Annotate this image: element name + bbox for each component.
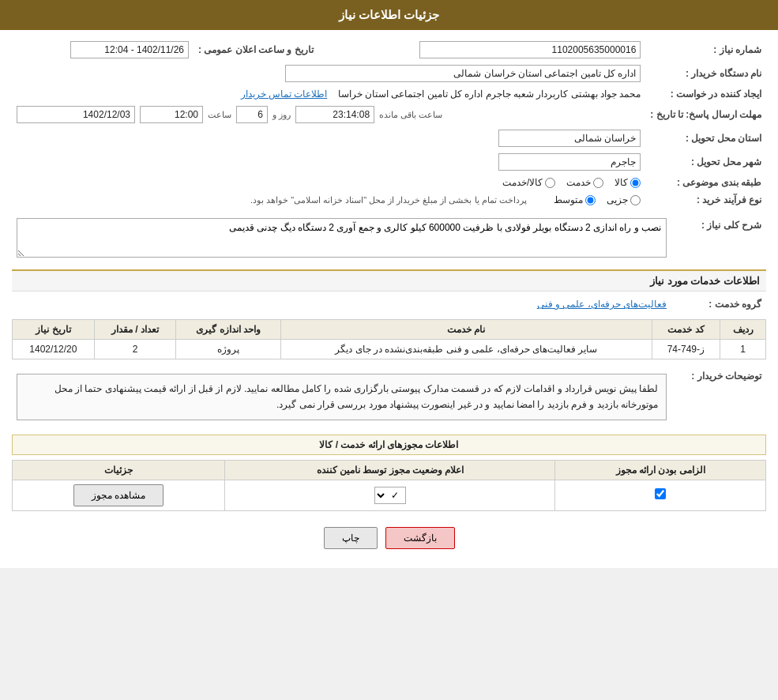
service-group-label: گروه خدمت : [671,295,766,313]
province-value: خراسان شمالی [12,126,645,150]
process-option-moot: متوسط [554,194,596,205]
announce-date-value: 1402/11/26 - 12:04 [12,38,194,62]
day-label: روز و [272,110,291,120]
cell-code: ز-749-74 [652,340,720,359]
send-deadline-label: مهلت ارسال پاسخ: تا تاریخ : [645,103,766,126]
process-label-moot: متوسط [554,194,583,205]
city-value: جاجرم [12,150,645,174]
category-radio-both[interactable] [545,178,555,188]
need-number-box: 1102005635000016 [419,41,641,58]
col-row: ردیف [720,320,766,340]
creator-row: محمد جواد بهشتی کاربردار شعبه جاجرم ادار… [12,85,645,103]
category-option-khedmat: خدمت [566,177,603,188]
perm-row: ✓ مشاهده مجوز [13,480,766,510]
category-label-both: کالا/خدمت [502,177,543,188]
service-group-value: فعالیت‌های حرفه‌ای، علمی و فنی [12,295,671,313]
process-radio-moot[interactable] [585,195,596,205]
desc-table: شرح کلی نیاز : [12,215,766,263]
general-desc-cell [12,215,671,263]
general-desc-label: شرح کلی نیاز : [671,215,766,263]
buyer-notes-cell: لطفا پیش نویس قرارداد و اقدامات لازم که … [12,366,671,428]
time-remaining-box: 23:14:08 [295,106,374,123]
back-button[interactable]: بازگشت [385,527,455,549]
main-info-table: شماره نیاز : 1102005635000016 تاریخ و سا… [12,38,766,209]
services-section-title: اطلاعات خدمات مورد نیاز [12,269,766,292]
buyer-notes-table: توضیحات خریدار : لطفا پیش نویس قرارداد و… [12,366,766,428]
perm-details-button[interactable]: مشاهده مجوز [73,484,163,506]
category-label-kala: کالا [615,177,628,188]
process-label-jozi: جزیی [607,194,628,205]
announce-date-label: تاریخ و ساعت اعلان عمومی : [194,38,318,62]
cell-unit: پروژه [176,340,281,359]
service-group-table: گروه خدمت : فعالیت‌های حرفه‌ای، علمی و ف… [12,295,766,313]
buyer-org-label: نام دستگاه خریدار : [645,62,766,85]
perm-required-checkbox[interactable] [655,488,666,499]
time-box: 12:00 [140,106,203,123]
process-radio-jozi[interactable] [630,195,641,205]
category-option-kala: کالا [615,177,641,188]
services-table: ردیف کد خدمت نام خدمت واحد اندازه گیری ت… [12,319,766,359]
page-title: جزئیات اطلاعات نیاز [339,8,439,21]
print-button[interactable]: چاپ [324,527,378,549]
process-label: نوع فرآیند خرید : [645,191,766,209]
perm-col-required: الزامی بودن ارائه مجوز [555,460,766,480]
date-box: 1402/12/03 [17,106,135,123]
category-row: کالا خدمت کالا/خدمت [12,174,645,191]
buyer-notes-label: توضیحات خریدار : [671,366,766,428]
time-remaining-label: ساعت باقی مانده [379,110,442,120]
perm-col-details: جزئیات [13,460,225,480]
process-note: پرداخت تمام یا بخشی از مبلغ خریدار از مح… [250,195,527,205]
col-date: تاریخ نیاز [13,320,95,340]
table-row: 1 ز-749-74 سایر فعالیت‌های حرفه‌ای، علمی… [13,340,766,359]
city-box: جاجرم [498,153,641,171]
creator-label: ایجاد کننده در خواست : [645,85,766,103]
process-option-jozi: جزیی [607,194,641,205]
service-group-link[interactable]: فعالیت‌های حرفه‌ای، علمی و فنی [537,299,667,310]
perm-status-select[interactable]: ✓ [374,487,406,504]
col-code: کد خدمت [652,320,720,340]
process-row: جزیی متوسط پرداخت تمام یا بخشی از مبلغ خ… [12,191,645,209]
cell-name: سایر فعالیت‌های حرفه‌ای، علمی و فنی طبقه… [281,340,652,359]
creator-link[interactable]: اطلاعات تماس خریدار [241,88,328,100]
city-label: شهر محل تحویل : [645,150,766,174]
perm-status-cell: ✓ [225,480,555,510]
need-number-value: 1102005635000016 [318,38,646,62]
general-desc-textarea[interactable] [17,218,667,258]
need-number-label: شماره نیاز : [645,38,766,62]
buyer-org-box: اداره کل تامین اجتماعی استان خراسان شمال… [285,65,641,82]
province-label: استان محل تحویل : [645,126,766,150]
buyer-notes-box: لطفا پیش نویس قرارداد و اقدامات لازم که … [17,374,667,420]
category-radio-khedmat[interactable] [593,178,603,188]
col-qty: تعداد / مقدار [94,320,176,340]
perm-col-status: اعلام وضعیت مجوز توسط نامین کننده [225,460,555,480]
cell-qty: 2 [94,340,176,359]
buyer-org-value: اداره کل تامین اجتماعی استان خراسان شمال… [12,62,645,85]
permits-section-title: اطلاعات مجوزهای ارائه خدمت / کالا [12,435,766,455]
time-label: ساعت [208,110,231,120]
col-name: نام خدمت [281,320,652,340]
perm-required-cell [555,480,766,510]
action-buttons: بازگشت چاپ [12,516,766,560]
col-unit: واحد اندازه گیری [176,320,281,340]
cell-date: 1402/12/20 [13,340,95,359]
creator-value: محمد جواد بهشتی کاربردار شعبه جاجرم ادار… [338,88,641,100]
category-option-both: کالا/خدمت [502,177,555,188]
category-label: طبقه بندی موضوعی : [645,174,766,191]
announce-date-box: 1402/11/26 - 12:04 [70,41,189,58]
category-radio-kala[interactable] [630,178,641,188]
permits-table: الزامی بودن ارائه مجوز اعلام وضعیت مجوز … [12,460,766,511]
cell-row: 1 [720,340,766,359]
day-box: 6 [236,106,268,123]
perm-details-cell: مشاهده مجوز [13,480,225,510]
province-box: خراسان شمالی [498,130,641,147]
page-header: جزئیات اطلاعات نیاز [0,0,778,30]
send-deadline-row: ساعت باقی مانده 23:14:08 روز و 6 ساعت 12… [12,103,645,126]
category-label-khedmat: خدمت [566,177,591,188]
